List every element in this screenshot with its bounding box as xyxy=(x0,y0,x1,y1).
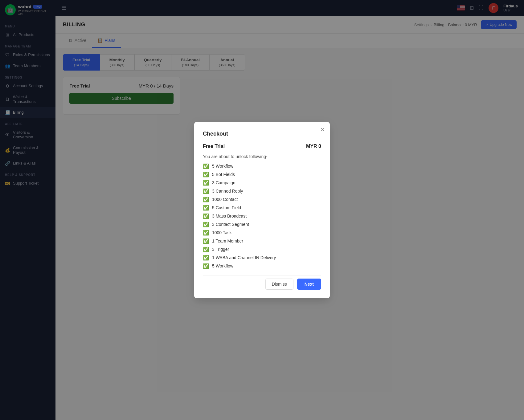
check-icon: ✅ xyxy=(203,188,209,194)
feature-item: ✅1000 Contact xyxy=(203,197,321,202)
feature-item: ✅5 Workflow xyxy=(203,263,321,269)
feature-item: ✅3 Campaign xyxy=(203,180,321,186)
feature-item: ✅5 Custom Field xyxy=(203,205,321,211)
checkout-modal: ✕ Checkout Free Trial MYR 0 You are abou… xyxy=(194,122,330,298)
check-icon: ✅ xyxy=(203,213,209,219)
modal-overlay: ✕ Checkout Free Trial MYR 0 You are abou… xyxy=(55,16,524,420)
check-icon: ✅ xyxy=(203,238,209,244)
feature-item: ✅3 Mass Broadcast xyxy=(203,213,321,219)
content: BILLING Settings › Billing Balance: 0 MY… xyxy=(55,16,524,420)
modal-divider-top xyxy=(203,139,321,139)
main-area: ☰ ⊞ ⛶ F Fi xyxy=(55,0,524,420)
feature-item: ✅3 Canned Reply xyxy=(203,188,321,194)
feature-item: ✅1 WABA and Channel IN Delivery xyxy=(203,255,321,261)
modal-plan-name: Free Trial xyxy=(203,144,225,149)
feature-item: ✅5 Bot Fields xyxy=(203,172,321,177)
check-icon: ✅ xyxy=(203,172,209,177)
check-icon: ✅ xyxy=(203,255,209,261)
modal-subtitle-row: Free Trial MYR 0 xyxy=(203,144,321,149)
check-icon: ✅ xyxy=(203,230,209,236)
modal-footer: Dismiss Next xyxy=(203,275,321,290)
modal-plan-price: MYR 0 xyxy=(306,144,321,149)
modal-description: You are about to unlock following- xyxy=(203,154,321,159)
feature-item: ✅1 Team Member xyxy=(203,238,321,244)
check-icon: ✅ xyxy=(203,247,209,252)
next-button[interactable]: Next xyxy=(297,279,321,290)
check-icon: ✅ xyxy=(203,205,209,211)
check-icon: ✅ xyxy=(203,180,209,186)
feature-item: ✅3 Contact Segment xyxy=(203,222,321,227)
feature-item: ✅1000 Task xyxy=(203,230,321,236)
dismiss-button[interactable]: Dismiss xyxy=(265,279,293,290)
feature-item: ✅5 Workflow xyxy=(203,163,321,169)
feature-list: ✅5 Workflow✅5 Bot Fields✅3 Campaign✅3 Ca… xyxy=(203,163,321,269)
modal-close-button[interactable]: ✕ xyxy=(320,127,325,133)
feature-item: ✅3 Trigger xyxy=(203,247,321,252)
check-icon: ✅ xyxy=(203,222,209,227)
modal-title: Checkout xyxy=(203,131,321,137)
check-icon: ✅ xyxy=(203,163,209,169)
check-icon: ✅ xyxy=(203,263,209,269)
check-icon: ✅ xyxy=(203,197,209,202)
